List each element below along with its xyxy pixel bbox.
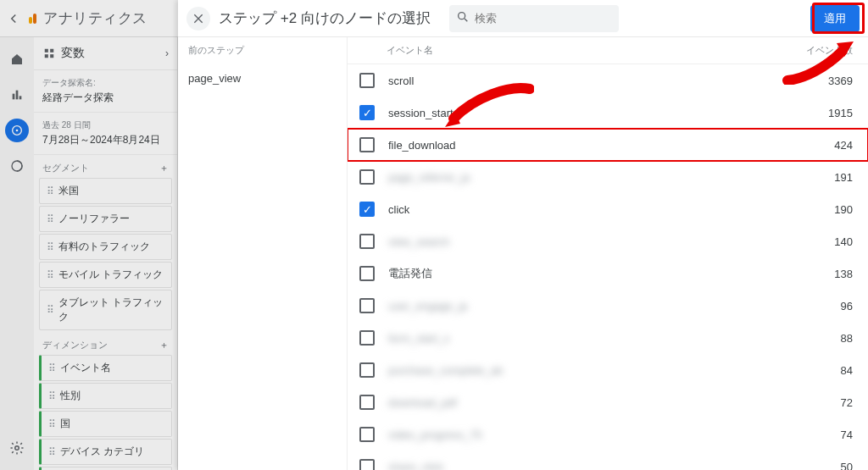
variables-title: 変数 [61, 46, 85, 61]
event-row[interactable]: 電話発信138 [348, 257, 868, 290]
event-name: 電話発信 [388, 266, 432, 281]
dimension-chip[interactable]: ⠿性別 [39, 383, 172, 409]
event-rows: scroll3369session_start1915file_download… [348, 64, 868, 470]
search-input[interactable] [475, 12, 612, 25]
segment-chip[interactable]: ⠿ノーリファラー [39, 206, 172, 232]
event-count: 140 [834, 235, 853, 248]
segment-chip-label: 米国 [58, 184, 79, 198]
event-checkbox[interactable] [359, 137, 375, 152]
back-arrow-icon[interactable] [5, 10, 22, 27]
event-checkbox[interactable] [359, 73, 375, 88]
segment-chip[interactable]: ⠿モバイル トラフィック [39, 262, 172, 288]
drag-handle-icon[interactable]: ⠿ [48, 362, 55, 374]
event-checkbox[interactable] [359, 298, 375, 313]
event-name: purchase_complete_ab [388, 364, 503, 377]
add-dimension-icon[interactable]: ＋ [159, 339, 169, 351]
event-row[interactable]: form_start_x88 [348, 322, 868, 354]
brand-name: アナリティクス [43, 8, 147, 28]
drag-handle-icon[interactable]: ⠿ [47, 269, 53, 281]
event-row[interactable]: file_download424 [348, 129, 868, 161]
svg-rect-10 [50, 54, 53, 58]
event-count: 50 [841, 461, 853, 471]
drag-handle-icon[interactable]: ⠿ [47, 213, 53, 225]
event-count: 96 [841, 300, 853, 312]
event-name: page_referrer_ja [388, 171, 470, 184]
event-checkbox[interactable] [359, 395, 375, 410]
event-checkbox[interactable] [359, 362, 375, 378]
column-event-name: イベント名 [387, 44, 433, 57]
event-count: 84 [841, 364, 853, 377]
advertising-icon[interactable] [5, 154, 29, 178]
drag-handle-icon[interactable]: ⠿ [47, 185, 53, 197]
drag-handle-icon[interactable]: ⠿ [47, 241, 53, 253]
segment-chip[interactable]: ⠿米国 [39, 178, 172, 204]
event-checkbox[interactable] [359, 459, 375, 470]
event-count: 74 [841, 429, 853, 441]
event-count: 191 [834, 171, 853, 184]
reports-icon[interactable] [5, 83, 29, 107]
drag-handle-icon[interactable]: ⠿ [48, 418, 55, 430]
column-event-count: イベント数 [806, 44, 853, 57]
segments-section-header: セグメント ＋ [34, 155, 177, 176]
event-checkbox[interactable] [359, 202, 375, 217]
event-row[interactable]: share_click50 [348, 451, 868, 470]
event-row[interactable]: video_progress_7574 [348, 418, 868, 451]
dimension-chip[interactable]: ⠿イベント名 [39, 355, 172, 381]
event-name: form_start_x [388, 332, 449, 345]
segment-chip[interactable]: ⠿有料のトラフィック [39, 234, 172, 260]
event-row[interactable]: session_start1915 [348, 97, 868, 129]
drag-handle-icon[interactable]: ⠿ [48, 390, 55, 402]
event-row[interactable]: scroll3369 [348, 64, 868, 97]
event-checkbox[interactable] [359, 427, 375, 442]
svg-rect-9 [45, 54, 48, 58]
event-name: view_search [388, 235, 449, 248]
apply-button[interactable]: 適用 [810, 5, 860, 32]
svg-rect-7 [45, 49, 48, 53]
event-row[interactable]: click190 [348, 193, 868, 225]
add-segment-icon[interactable]: ＋ [159, 162, 169, 174]
date-range-label: 過去 28 日間 [42, 119, 169, 131]
event-name: file_download [388, 139, 456, 152]
event-row[interactable]: view_search140 [348, 225, 868, 257]
close-icon[interactable] [186, 7, 210, 30]
dimension-chip[interactable]: ⠿デバイス カテゴリ [39, 439, 172, 465]
dimension-chip[interactable]: ⠿国 [39, 411, 172, 437]
segments-label: セグメント [42, 162, 89, 174]
exploration-name-block[interactable]: データ探索名: 経路データ探索 [34, 70, 177, 113]
drag-handle-icon[interactable]: ⠿ [47, 304, 53, 316]
dimension-chip-label: デバイス カテゴリ [60, 445, 144, 459]
node-selection-modal: ステップ +2 向けのノードの選択 適用 前のステップ page_view イベ… [178, 0, 868, 470]
event-row[interactable]: page_referrer_ja191 [348, 161, 868, 193]
event-name: share_click [388, 461, 443, 471]
exploration-name-label: データ探索名: [42, 77, 169, 89]
date-range-block[interactable]: 過去 28 日間 7月28日～2024年8月24日 [34, 113, 177, 155]
svg-rect-2 [19, 96, 22, 99]
search-field[interactable] [449, 5, 619, 32]
event-checkbox[interactable] [359, 266, 375, 281]
variables-panel-header[interactable]: 変数 › [34, 37, 177, 70]
settings-icon[interactable] [5, 436, 29, 460]
drag-handle-icon[interactable]: ⠿ [48, 446, 55, 458]
segment-chip-label: モバイル トラフィック [58, 268, 163, 282]
event-checkbox[interactable] [359, 234, 375, 249]
segment-chip[interactable]: ⠿タブレット トラフィック [39, 290, 172, 330]
svg-point-11 [459, 13, 465, 19]
previous-step-item[interactable]: page_view [178, 64, 347, 93]
event-checkbox[interactable] [359, 330, 375, 346]
segment-chip-label: タブレット トラフィック [58, 296, 164, 324]
event-row[interactable]: download_pdf72 [348, 386, 868, 418]
modal-title: ステップ +2 向けのノードの選択 [219, 8, 431, 28]
event-checkbox[interactable] [359, 105, 375, 120]
dimension-chip-label: 性別 [60, 389, 81, 403]
dimension-chip[interactable]: ⠿ユーザーの最初のメディア [39, 467, 172, 470]
explore-icon[interactable] [5, 119, 29, 142]
event-name: session_start [388, 107, 453, 119]
event-name: user_engage_ja [388, 300, 467, 312]
segment-chip-label: 有料のトラフィック [58, 240, 150, 254]
event-checkbox[interactable] [359, 169, 375, 185]
home-icon[interactable] [5, 47, 29, 71]
event-row[interactable]: user_engage_ja96 [348, 290, 868, 322]
svg-rect-8 [50, 49, 53, 53]
segment-chip-list: ⠿米国⠿ノーリファラー⠿有料のトラフィック⠿モバイル トラフィック⠿タブレット … [34, 178, 177, 330]
event-row[interactable]: purchase_complete_ab84 [348, 354, 868, 386]
